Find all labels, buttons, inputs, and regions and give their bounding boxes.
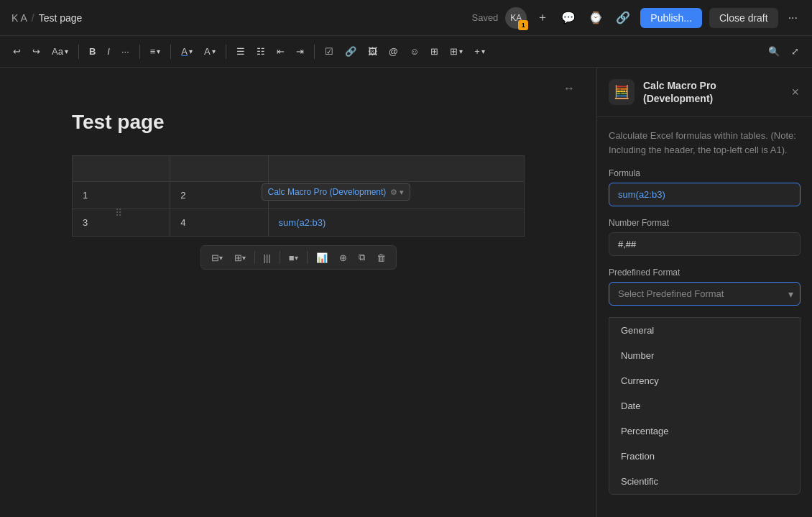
bold-button[interactable]: B xyxy=(85,43,100,60)
table-cell-2-2[interactable]: 4 xyxy=(170,209,268,237)
breadcrumb: K A / Test page xyxy=(11,12,82,24)
table-header-cell-3[interactable] xyxy=(268,156,524,182)
dropdown-item-fraction[interactable]: Fraction xyxy=(609,444,800,469)
table-button[interactable]: ⊞ ▾ xyxy=(446,43,467,60)
numbered-list-button[interactable]: ☷ xyxy=(252,43,269,60)
mention-button[interactable]: @ xyxy=(384,43,402,60)
editor-area: ↔ Test page ⠿ 1 2 xyxy=(0,68,596,517)
add-icon-button[interactable]: ＋ xyxy=(534,7,551,28)
table-row: 3 4 Calc Macro Pro (Development) ⚙ ▾ sum… xyxy=(73,209,525,237)
link-button[interactable]: 🔗 xyxy=(341,43,361,60)
text-color-icon: A xyxy=(181,46,188,57)
dropdown-container: General Number Currency Date Percentage xyxy=(609,317,801,495)
bullet-list-button[interactable]: ☰ xyxy=(232,43,249,60)
columns-button[interactable]: ⊞ xyxy=(426,43,443,60)
formula-input[interactable] xyxy=(609,183,801,206)
number-format-label: Number Format xyxy=(609,218,801,228)
align-button[interactable]: ≡ ▾ xyxy=(146,43,165,60)
predefined-format-field: Predefined Format Select Predefined Form… xyxy=(609,267,801,306)
number-format-input[interactable] xyxy=(609,232,801,256)
toolbar-divider-1 xyxy=(78,45,79,59)
text-format-button[interactable]: Aa ▾ xyxy=(47,43,73,60)
insert-button[interactable]: + ▾ xyxy=(470,43,489,60)
formula-popup-text: Calc Macro Pro (Development) xyxy=(268,187,387,197)
dropdown-item-general[interactable]: General xyxy=(609,318,800,343)
dropdown-item-number[interactable]: Number xyxy=(609,343,800,368)
history-button[interactable]: ⌚ xyxy=(586,8,606,27)
table-cell-1-1[interactable]: 1 xyxy=(73,182,170,209)
publish-button[interactable]: Publish... xyxy=(640,8,702,28)
main-content: ↔ Test page ⠿ 1 2 xyxy=(0,68,812,517)
undo-button[interactable]: ↩ xyxy=(9,43,25,60)
toolbar-divider-4 xyxy=(226,45,226,59)
dropdown-list: General Number Currency Date Percentage xyxy=(609,317,801,495)
toolbar-divider-5 xyxy=(314,45,315,59)
calc-icon: 🧮 xyxy=(614,84,629,100)
breadcrumb-page: Test page xyxy=(39,12,83,24)
dropdown-item-percentage[interactable]: Percentage xyxy=(609,418,800,444)
expand-view-button[interactable]: ⤢ xyxy=(787,43,803,60)
dropdown-item-scientific[interactable]: Scientific xyxy=(609,469,800,494)
panel-icon: 🧮 xyxy=(609,79,635,105)
formula-label: Formula xyxy=(609,168,801,178)
table-cell-1-2[interactable]: 2 xyxy=(170,182,268,209)
table-align-button[interactable]: ⊟ ▾ xyxy=(207,250,227,266)
increase-indent-button[interactable]: ⇥ xyxy=(292,43,308,60)
share-button[interactable]: 🔗 xyxy=(613,8,633,27)
top-nav: K A / Test page Saved KA 1 ＋ 💬 ⌚ 🔗 Publi… xyxy=(0,0,812,36)
more-options-button[interactable]: ··· xyxy=(785,9,801,27)
italic-button[interactable]: I xyxy=(103,43,114,60)
text-color-button[interactable]: A ▾ xyxy=(177,43,197,60)
table-header-cell-2[interactable] xyxy=(170,156,268,182)
table-valign-button[interactable]: ⊞ ▾ xyxy=(230,250,250,266)
table-header-row xyxy=(73,156,525,182)
panel-title: Calc Macro Pro(Development) xyxy=(643,79,716,105)
more-text-button[interactable]: ··· xyxy=(117,43,134,60)
breadcrumb-sep: / xyxy=(32,12,34,24)
editor-toolbar: ↩ ↪ Aa ▾ B I ··· ≡ ▾ A ▾ A ▾ ☰ ☷ ⇤ ⇥ ☑ 🔗… xyxy=(0,36,812,68)
checkbox-button[interactable]: ☑ xyxy=(320,43,338,60)
panel-description: Calculate Excel formulas within tables. … xyxy=(609,129,801,157)
predefined-format-label: Predefined Format xyxy=(609,267,801,278)
table-toolbar-div-3 xyxy=(307,251,308,264)
table-toolbar: ⊟ ▾ ⊞ ▾ ||| ■ ▾ 📊 ⊕ ⧉ 🗑 xyxy=(200,245,397,270)
emoji-button[interactable]: ☺ xyxy=(405,43,423,60)
drag-handle[interactable]: ⠿ xyxy=(115,207,122,219)
panel-body: Calculate Excel formulas within tables. … xyxy=(597,117,812,517)
table-cell-formula[interactable]: Calc Macro Pro (Development) ⚙ ▾ sum(a2:… xyxy=(268,209,524,237)
comment-button[interactable]: 💬 xyxy=(558,8,578,27)
editor-table: 1 2 3 4 Calc Macro Pro (Development) ⚙ ▾ xyxy=(72,155,525,237)
search-button[interactable]: 🔍 xyxy=(764,43,784,60)
table-wrapper: ⠿ 1 2 3 4 xyxy=(72,155,525,270)
highlight-button[interactable]: A ▾ xyxy=(200,43,220,60)
table-columns-button[interactable]: ||| xyxy=(259,250,275,266)
close-draft-button[interactable]: Close draft xyxy=(709,8,778,28)
formula-popup: Calc Macro Pro (Development) ⚙ ▾ xyxy=(262,183,411,201)
breadcrumb-prefix: K A xyxy=(11,12,27,24)
page-title: Test page xyxy=(72,111,525,134)
panel-close-button[interactable]: × xyxy=(790,83,801,101)
sidebar-panel: 🧮 Calc Macro Pro(Development) × Calculat… xyxy=(596,68,812,517)
dropdown-item-currency[interactable]: Currency xyxy=(609,368,800,393)
dropdown-item-date[interactable]: Date xyxy=(609,393,800,418)
predefined-format-select[interactable]: Select Predefined Format xyxy=(609,282,801,306)
table-delete-button[interactable]: 🗑 xyxy=(372,250,390,266)
table-toolbar-div-2 xyxy=(280,251,280,264)
redo-button[interactable]: ↪ xyxy=(28,43,45,60)
decrease-indent-button[interactable]: ⇤ xyxy=(272,43,289,60)
formula-popup-icon: ⚙ ▾ xyxy=(390,188,404,197)
table-copy-button[interactable]: ⧉ xyxy=(354,249,369,266)
table-toolbar-div-1 xyxy=(254,251,255,264)
formula-field: Formula xyxy=(609,168,801,206)
toolbar-divider-2 xyxy=(139,45,140,59)
top-nav-actions: Saved KA 1 ＋ 💬 ⌚ 🔗 Publish... Close draf… xyxy=(471,7,801,29)
user-avatar: KA 1 xyxy=(505,7,527,29)
avatar-badge: 1 xyxy=(518,20,528,30)
table-header-cell-1[interactable] xyxy=(73,156,170,182)
table-chart-button[interactable]: 📊 xyxy=(312,250,332,266)
table-network-button[interactable]: ⊕ xyxy=(335,250,351,266)
formula-cell-value: sum(a2:b3) xyxy=(279,217,326,228)
table-color-button[interactable]: ■ ▾ xyxy=(285,250,303,266)
expand-icon[interactable]: ↔ xyxy=(563,82,575,95)
image-button[interactable]: 🖼 xyxy=(364,43,382,60)
